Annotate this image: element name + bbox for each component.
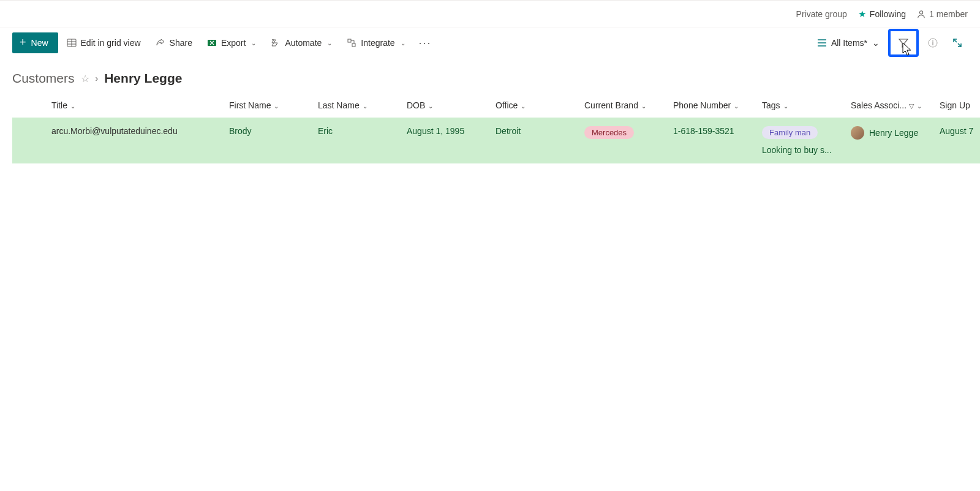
expand-icon — [952, 38, 962, 48]
column-first-name[interactable]: First Name⌄ — [224, 94, 313, 118]
cell-dob[interactable]: August 1, 1995 — [402, 118, 491, 163]
following-button[interactable]: ★ Following — [858, 9, 906, 20]
more-actions-button[interactable]: ··· — [414, 37, 437, 50]
edit-grid-label: Edit in grid view — [81, 38, 141, 48]
filter-applied-icon: ▽ — [909, 102, 914, 110]
chevron-down-icon: ⌄ — [327, 40, 332, 47]
share-icon — [156, 38, 165, 48]
column-headers: Title⌄ First Name⌄ Last Name⌄ DOB⌄ Offic… — [12, 94, 980, 118]
site-header: Private group ★ Following 1 member — [0, 0, 980, 28]
private-group-label: Private group — [796, 9, 847, 19]
chevron-down-icon: ⌄ — [401, 40, 405, 47]
column-title[interactable]: Title⌄ — [47, 94, 224, 118]
column-dob[interactable]: DOB⌄ — [402, 94, 491, 118]
new-button[interactable]: + New — [12, 32, 58, 53]
table-row[interactable]: arcu.Morbi@vulputateduinec.edu Brody Eri… — [12, 118, 980, 163]
edit-grid-button[interactable]: Edit in grid view — [61, 32, 147, 53]
svg-point-0 — [919, 11, 922, 14]
select-all-header[interactable] — [12, 94, 47, 118]
svg-rect-7 — [932, 42, 933, 45]
cell-sign-up[interactable]: August 7 — [935, 118, 980, 163]
column-office[interactable]: Office⌄ — [491, 94, 579, 118]
view-label: All Items* — [831, 38, 867, 48]
breadcrumb-root[interactable]: Customers — [12, 71, 75, 86]
integrate-label: Integrate — [361, 38, 394, 48]
command-bar: + New Edit in grid view Share Export ⌄ A… — [0, 28, 980, 58]
column-current-brand[interactable]: Current Brand⌄ — [579, 94, 668, 118]
chevron-down-icon: ⌄ — [872, 38, 880, 48]
new-label: New — [31, 38, 48, 48]
automate-button[interactable]: Automate ⌄ — [265, 32, 338, 53]
share-button[interactable]: Share — [149, 32, 198, 53]
cell-last-name[interactable]: Eric — [313, 118, 402, 163]
filter-icon — [899, 38, 908, 48]
info-icon — [928, 38, 938, 48]
cell-brand[interactable]: Mercedes — [579, 118, 668, 163]
following-label: Following — [870, 9, 906, 19]
breadcrumb-leaf: Henry Legge — [104, 71, 182, 86]
cell-sales-associate[interactable]: Henry Legge — [846, 118, 935, 163]
view-selector[interactable]: All Items* ⌄ — [813, 32, 884, 53]
cell-title[interactable]: arcu.Morbi@vulputateduinec.edu — [47, 118, 224, 163]
chevron-down-icon: ⌄ — [251, 40, 256, 47]
svg-rect-3 — [348, 39, 351, 42]
column-last-name[interactable]: Last Name⌄ — [313, 94, 402, 118]
integrate-icon — [347, 38, 356, 48]
column-sign-up[interactable]: Sign Up — [935, 94, 980, 118]
favorite-icon[interactable]: ☆ — [81, 73, 89, 84]
person-icon — [917, 10, 925, 18]
automate-label: Automate — [285, 38, 322, 48]
chevron-right-icon: › — [96, 73, 99, 83]
members-button[interactable]: 1 member — [917, 9, 968, 19]
column-tags[interactable]: Tags⌄ — [757, 94, 846, 118]
filter-button[interactable] — [888, 29, 919, 57]
info-button[interactable] — [922, 32, 943, 53]
export-label: Export — [221, 38, 246, 48]
svg-rect-4 — [352, 43, 355, 47]
cell-office[interactable]: Detroit — [491, 118, 579, 163]
list-icon — [818, 39, 826, 47]
cell-phone[interactable]: 1-618-159-3521 — [668, 118, 757, 163]
flow-icon — [271, 38, 281, 48]
column-phone[interactable]: Phone Number⌄ — [668, 94, 757, 118]
export-button[interactable]: Export ⌄ — [201, 32, 262, 53]
member-count-label: 1 member — [929, 9, 968, 19]
star-icon: ★ — [858, 9, 866, 20]
list-grid: Title⌄ First Name⌄ Last Name⌄ DOB⌄ Offic… — [0, 94, 980, 163]
breadcrumb: Customers ☆ › Henry Legge — [0, 58, 980, 94]
share-label: Share — [170, 38, 192, 48]
svg-point-6 — [932, 40, 933, 42]
avatar — [851, 126, 864, 140]
column-sales-associate[interactable]: Sales Associ...▽⌄ — [846, 94, 935, 118]
plus-icon: + — [20, 36, 26, 49]
integrate-button[interactable]: Integrate ⌄ — [341, 32, 411, 53]
excel-icon — [207, 38, 217, 48]
expand-button[interactable] — [947, 32, 968, 53]
cell-first-name[interactable]: Brody — [224, 118, 313, 163]
command-bar-right: All Items* ⌄ — [813, 29, 968, 57]
grid-icon — [67, 38, 77, 48]
cell-tags[interactable]: Family man Looking to buy s... — [757, 118, 846, 163]
